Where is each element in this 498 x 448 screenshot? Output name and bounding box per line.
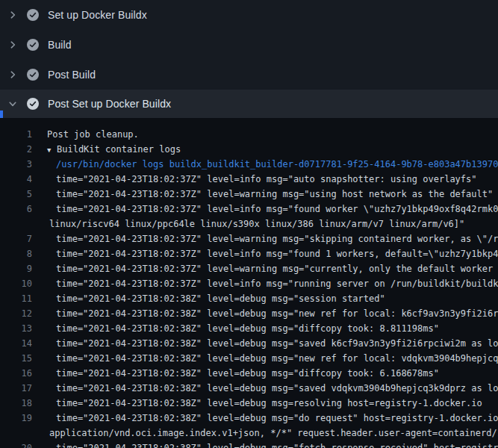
step-label: Post Set up Docker Buildx [48,98,171,110]
check-circle-icon [27,9,39,21]
log-line-number [0,217,32,231]
log-line: 8time="2021-04-23T18:02:37Z" level=info … [0,246,498,261]
step-row-post-build[interactable]: Post Build [0,60,498,90]
log-line-text: time="2021-04-23T18:02:38Z" level=debug … [56,353,498,364]
log-line-number[interactable]: 7 [0,231,32,246]
chevron-down-icon [8,99,17,108]
log-line-number[interactable]: 9 [0,261,32,276]
log-line-text: time="2021-04-23T18:02:38Z" level=debug … [56,443,498,448]
log-line-text: time="2021-04-23T18:02:38Z" level=debug … [56,338,498,349]
chevron-right-icon [8,70,17,79]
log-line: 9time="2021-04-23T18:02:37Z" level=warni… [0,261,498,276]
steps-list: Set up Docker BuildxBuildPost BuildPost … [0,0,498,118]
log-line-number[interactable]: 2 [0,142,32,157]
log-line-number[interactable]: 3 [0,157,32,172]
log-line-number[interactable]: 1 [0,127,32,142]
log-line-number[interactable]: 19 [0,411,32,426]
step-label: Build [48,39,72,51]
log-line-number[interactable]: 10 [0,276,32,291]
log-line-text: time="2021-04-23T18:02:37Z" level=warnin… [56,264,498,274]
log-line: 16time="2021-04-23T18:02:38Z" level=debu… [0,366,498,381]
log-line-text: time="2021-04-23T18:02:37Z" level=info m… [56,279,498,289]
focus-indicator [0,111,3,118]
log-line: 3/usr/bin/docker logs buildx_buildkit_bu… [0,157,498,172]
log-line-number[interactable]: 11 [0,291,32,306]
group-collapse-toggle-icon[interactable]: ▼ [47,143,57,157]
log-line: 1Post job cleanup. [0,127,498,142]
log-line-number[interactable]: 12 [0,306,32,321]
check-circle-icon [27,69,39,81]
log-line-text: time="2021-04-23T18:02:38Z" level=debug … [56,308,498,319]
log-line: 19time="2021-04-23T18:02:38Z" level=debu… [0,411,498,426]
log-line: 5time="2021-04-23T18:02:37Z" level=warni… [0,187,498,202]
log-line-number[interactable]: 8 [0,246,32,261]
log-line-text: time="2021-04-23T18:02:37Z" level=warnin… [56,189,493,199]
chevron-right-icon [8,40,17,49]
check-circle-icon [27,39,39,51]
log-line-continuation: linux/riscv64 linux/ppc64le linux/s390x … [0,217,498,231]
log-line-number[interactable]: 18 [0,396,32,411]
log-command-text: /usr/bin/docker logs buildx_buildkit_bui… [56,159,498,169]
log-line-continuation: application/vnd.oci.image.index.v1+json,… [0,426,498,441]
log-line-text: time="2021-04-23T18:02:38Z" level=debug … [56,293,385,304]
log-line-text: application/vnd.oci.image.index.v1+json,… [49,428,498,438]
check-circle-icon [27,98,39,110]
log-line-text: time="2021-04-23T18:02:37Z" level=info m… [56,249,498,259]
log-line: 4time="2021-04-23T18:02:37Z" level=info … [0,172,498,187]
step-row-build[interactable]: Build [0,30,498,60]
log-line-number[interactable]: 16 [0,366,32,381]
log-line-number[interactable]: 20 [0,441,32,448]
step-label: Post Build [48,69,96,81]
log-line-text: time="2021-04-23T18:02:38Z" level=debug … [56,368,439,379]
step-label: Set up Docker Buildx [48,9,147,21]
log-line-number[interactable]: 17 [0,381,32,396]
log-line-text: time="2021-04-23T18:02:38Z" level=debug … [56,323,439,334]
step-row-post-set-up-docker-buildx[interactable]: Post Set up Docker Buildx [0,90,498,118]
log-line: 6time="2021-04-23T18:02:37Z" level=info … [0,202,498,217]
log-line-text: time="2021-04-23T18:02:38Z" level=debug … [56,398,482,408]
log-line: 14time="2021-04-23T18:02:38Z" level=debu… [0,336,498,351]
chevron-right-icon [8,10,17,19]
log-line-number[interactable]: 15 [0,351,32,366]
log-line-number[interactable]: 14 [0,336,32,351]
log-line-text: linux/riscv64 linux/ppc64le linux/s390x … [49,219,464,229]
log-line-number [0,426,32,441]
step-row-set-up-docker-buildx[interactable]: Set up Docker Buildx [0,0,498,30]
log-line-number[interactable]: 5 [0,187,32,202]
log-line-text: time="2021-04-23T18:02:37Z" level=warnin… [56,234,498,244]
log-viewer[interactable]: 1Post job cleanup.2▼BuildKit container l… [0,118,498,448]
log-line: 11time="2021-04-23T18:02:38Z" level=debu… [0,291,498,306]
log-line: 2▼BuildKit container logs [0,142,498,157]
log-line: 17time="2021-04-23T18:02:38Z" level=debu… [0,381,498,396]
log-line: 10time="2021-04-23T18:02:37Z" level=info… [0,276,498,291]
log-line: 20time="2021-04-23T18:02:38Z" level=debu… [0,441,498,448]
log-line: 7time="2021-04-23T18:02:37Z" level=warni… [0,231,498,246]
log-line-text: time="2021-04-23T18:02:38Z" level=debug … [56,413,498,423]
log-line-text: time="2021-04-23T18:02:37Z" level=info m… [56,174,477,184]
log-line: 13time="2021-04-23T18:02:38Z" level=debu… [0,321,498,336]
log-line-number[interactable]: 4 [0,172,32,187]
log-line-number[interactable]: 6 [0,202,32,217]
log-line: 12time="2021-04-23T18:02:38Z" level=debu… [0,306,498,321]
log-line: 18time="2021-04-23T18:02:38Z" level=debu… [0,396,498,411]
log-line-text: time="2021-04-23T18:02:38Z" level=debug … [56,383,498,393]
log-line: 15time="2021-04-23T18:02:38Z" level=debu… [0,351,498,366]
log-line-number[interactable]: 13 [0,321,32,336]
log-line-text: Post job cleanup. [47,129,139,140]
log-line-text: BuildKit container logs [57,144,181,155]
log-line-text: time="2021-04-23T18:02:37Z" level=info m… [56,204,498,214]
